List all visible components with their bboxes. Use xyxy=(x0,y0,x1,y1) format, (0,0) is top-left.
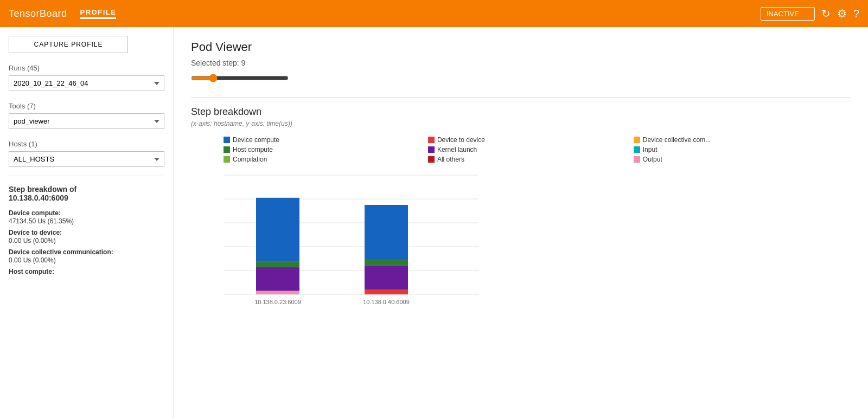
legend-color-swatch xyxy=(224,146,230,153)
legend-item: Output xyxy=(634,156,851,163)
legend-item: Device collective com... xyxy=(634,136,851,144)
legend-label: All others xyxy=(437,156,464,163)
hosts-section: Hosts (1) ALL_HOSTS xyxy=(9,140,164,167)
legend-color-swatch xyxy=(224,137,230,143)
app-title: TensorBoard xyxy=(9,8,67,20)
device-to-device-value: 0.00 Us (0.00%) xyxy=(9,237,56,245)
legend-color-swatch xyxy=(224,156,230,163)
bar-x-label: 10.138.0.40:6009 xyxy=(363,299,410,305)
runs-dropdown[interactable]: 2020_10_21_22_46_04 xyxy=(9,75,164,91)
step-slider[interactable] xyxy=(191,74,289,82)
legend-color-swatch xyxy=(428,156,435,163)
legend-item: Kernel launch xyxy=(428,146,625,153)
legend-label: Kernel launch xyxy=(437,146,477,153)
content-divider xyxy=(191,97,851,98)
legend-item: Input xyxy=(634,146,851,153)
chart-title: Step breakdown xyxy=(191,106,851,118)
chart-section: Step breakdown (x-axis: hostname, y-axis… xyxy=(191,106,851,312)
main-layout: CAPTURE PROFILE Runs (45) 2020_10_21_22_… xyxy=(0,27,868,418)
tools-label: Tools (7) xyxy=(9,102,164,110)
legend-label: Input xyxy=(643,146,658,153)
device-collective-value: 0.00 Us (0.00%) xyxy=(9,256,56,264)
legend-item: Device compute xyxy=(224,136,419,144)
tools-section: Tools (7) pod_viewer xyxy=(9,102,164,129)
slider-container xyxy=(191,74,851,84)
runs-section: Runs (45) 2020_10_21_22_46_04 xyxy=(9,64,164,91)
tools-dropdown[interactable]: pod_viewer xyxy=(9,113,164,129)
legend-item: Device to device xyxy=(428,136,625,144)
status-dropdown[interactable]: INACTIVE ACTIVE xyxy=(761,7,815,21)
chart-legend: Device computeDevice to deviceDevice col… xyxy=(224,136,851,163)
bar-chart-svg: 020,00040,00060,00080,000100,00010.138.0… xyxy=(224,170,484,311)
breakdown-device-compute: Device compute: 47134.50 Us (61.35%) xyxy=(9,209,164,225)
help-icon[interactable]: ? xyxy=(853,8,859,20)
bar-segment xyxy=(365,266,408,290)
breakdown-title: Step breakdown of10.138.0.40:6009 xyxy=(9,185,164,202)
legend-label: Device to device xyxy=(437,136,485,144)
sidebar-divider xyxy=(9,176,164,176)
legend-color-swatch xyxy=(634,146,640,153)
bar-segment xyxy=(256,291,299,294)
hosts-dropdown[interactable]: ALL_HOSTS xyxy=(9,151,164,167)
legend-label: Device compute xyxy=(233,136,279,144)
device-to-device-label: Device to device: xyxy=(9,229,62,236)
breakdown-host-compute: Host compute: xyxy=(9,267,164,275)
legend-item: All others xyxy=(428,156,625,163)
profile-nav[interactable]: PROFILE xyxy=(80,8,117,19)
legend-label: Output xyxy=(643,156,662,163)
bar-segment xyxy=(365,205,408,260)
host-compute-label: Host compute: xyxy=(9,268,54,275)
legend-label: Host compute xyxy=(233,146,273,153)
page-title: Pod Viewer xyxy=(191,40,851,54)
bar-segment xyxy=(365,290,408,294)
legend-item: Host compute xyxy=(224,146,419,153)
device-compute-value: 47134.50 Us (61.35%) xyxy=(9,217,74,225)
bar-segment xyxy=(365,260,408,266)
bar-segment xyxy=(256,261,299,267)
refresh-icon[interactable]: ↻ xyxy=(821,7,831,20)
runs-label: Runs (45) xyxy=(9,64,164,72)
topbar: TensorBoard PROFILE INACTIVE ACTIVE ↻ ⚙ … xyxy=(0,0,868,27)
bar-x-label: 10.138.0.23:6009 xyxy=(254,299,301,305)
legend-color-swatch xyxy=(428,146,435,153)
topbar-right: INACTIVE ACTIVE ↻ ⚙ ? xyxy=(761,7,859,21)
capture-profile-button[interactable]: CAPTURE PROFILE xyxy=(9,36,128,53)
device-collective-label: Device collective communication: xyxy=(9,248,113,256)
chart-subtitle: (x-axis: hostname, y-axis: time(us)) xyxy=(191,120,851,127)
legend-label: Device collective com... xyxy=(643,136,711,144)
topbar-left: TensorBoard PROFILE xyxy=(9,8,116,20)
legend-color-swatch xyxy=(428,137,435,143)
breakdown-items: Device compute: 47134.50 Us (61.35%) Dev… xyxy=(9,209,164,275)
bar-segment xyxy=(256,198,299,261)
content-area: Pod Viewer Selected step: 9 Step breakdo… xyxy=(174,27,868,418)
legend-color-swatch xyxy=(634,156,640,163)
sidebar: CAPTURE PROFILE Runs (45) 2020_10_21_22_… xyxy=(0,27,174,418)
bar-chart-container: 020,00040,00060,00080,000100,00010.138.0… xyxy=(224,170,851,312)
legend-color-swatch xyxy=(634,137,640,143)
legend-item: Compilation xyxy=(224,156,419,163)
selected-step-label: Selected step: 9 xyxy=(191,59,851,67)
breakdown-device-collective: Device collective communication: 0.00 Us… xyxy=(9,248,164,264)
gear-icon[interactable]: ⚙ xyxy=(837,7,847,20)
hosts-label: Hosts (1) xyxy=(9,140,164,148)
bar-chart-wrapper: 020,00040,00060,00080,000100,00010.138.0… xyxy=(191,170,851,312)
device-compute-label: Device compute: xyxy=(9,209,61,217)
breakdown-device-to-device: Device to device: 0.00 Us (0.00%) xyxy=(9,228,164,245)
bar-segment xyxy=(256,267,299,291)
legend-label: Compilation xyxy=(233,156,267,163)
